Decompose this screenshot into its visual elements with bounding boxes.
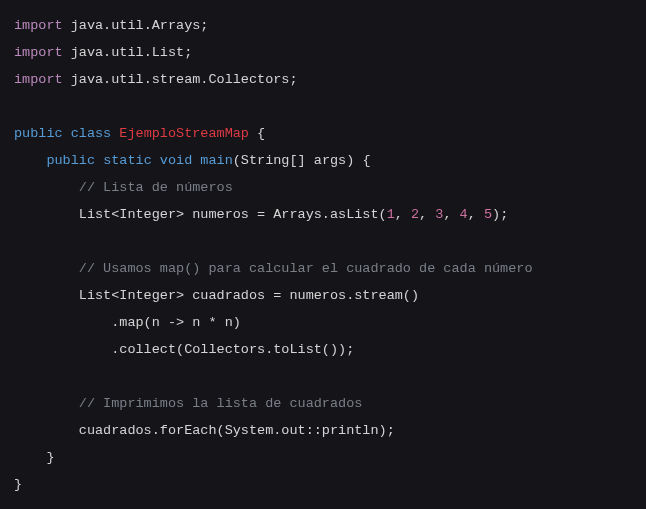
token: import: [14, 45, 63, 60]
token: {: [249, 126, 265, 141]
code-line: List<Integer> numeros = Arrays.asList(1,…: [14, 201, 632, 228]
token: 1: [387, 207, 395, 222]
token: );: [492, 207, 508, 222]
code-line: import java.util.Arrays;: [14, 12, 632, 39]
code-block: import java.util.Arrays;import java.util…: [14, 12, 632, 498]
token: static: [103, 153, 152, 168]
token: List<Integer> numeros = Arrays.asList(: [79, 207, 387, 222]
code-line: }: [14, 471, 632, 498]
token: // Lista de números: [79, 180, 233, 195]
token: List<Integer> cuadrados = numeros.stream…: [79, 288, 419, 303]
token: ;: [289, 72, 297, 87]
token: main: [200, 153, 232, 168]
code-line: import java.util.stream.Collectors;: [14, 66, 632, 93]
code-line: List<Integer> cuadrados = numeros.stream…: [14, 282, 632, 309]
token: 2: [411, 207, 419, 222]
token: // Imprimimos la lista de cuadrados: [79, 396, 363, 411]
code-line: [14, 363, 632, 390]
token: java.util.Arrays: [71, 18, 201, 33]
token: (String[] args) {: [233, 153, 371, 168]
code-line: [14, 228, 632, 255]
token: ;: [184, 45, 192, 60]
token: ,: [419, 207, 435, 222]
token: }: [46, 450, 54, 465]
code-line: cuadrados.forEach(System.out::println);: [14, 417, 632, 444]
token: }: [14, 477, 22, 492]
token: [152, 153, 160, 168]
token: java.util.List: [71, 45, 184, 60]
token: [95, 153, 103, 168]
code-line: public class EjemploStreamMap {: [14, 120, 632, 147]
token: .collect(Collectors.toList());: [111, 342, 354, 357]
token: cuadrados.forEach(System.out::println);: [79, 423, 395, 438]
code-line: }: [14, 444, 632, 471]
token: 5: [484, 207, 492, 222]
token: 4: [460, 207, 468, 222]
code-line: // Lista de números: [14, 174, 632, 201]
code-line: import java.util.List;: [14, 39, 632, 66]
token: ,: [468, 207, 484, 222]
token: ,: [395, 207, 411, 222]
token: ;: [200, 18, 208, 33]
code-line: // Usamos map() para calcular el cuadrad…: [14, 255, 632, 282]
token: // Usamos map() para calcular el cuadrad…: [79, 261, 533, 276]
token: java.util.stream.Collectors: [71, 72, 290, 87]
code-line: .map(n -> n * n): [14, 309, 632, 336]
token: [63, 45, 71, 60]
token: ,: [443, 207, 459, 222]
code-line: .collect(Collectors.toList());: [14, 336, 632, 363]
token: import: [14, 72, 63, 87]
token: [63, 18, 71, 33]
token: EjemploStreamMap: [119, 126, 249, 141]
token: class: [71, 126, 112, 141]
code-line: public static void main(String[] args) {: [14, 147, 632, 174]
token: [63, 126, 71, 141]
code-line: // Imprimimos la lista de cuadrados: [14, 390, 632, 417]
token: .map(n -> n * n): [111, 315, 241, 330]
token: void: [160, 153, 192, 168]
token: import: [14, 18, 63, 33]
token: public: [14, 126, 63, 141]
code-line: [14, 93, 632, 120]
token: public: [46, 153, 95, 168]
token: [63, 72, 71, 87]
